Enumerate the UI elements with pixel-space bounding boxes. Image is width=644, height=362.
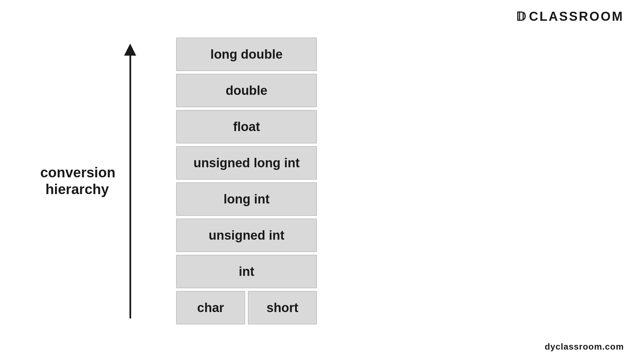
logo-icon: 𝔻: [516, 10, 526, 24]
hierarchy-label: conversion hierarchy: [40, 164, 114, 198]
arrow-head: [124, 44, 136, 56]
hierarchy-section: long double double float unsigned long i…: [176, 38, 317, 324]
type-label-double: double: [226, 83, 268, 98]
logo-area: 𝔻 CLASSROOM: [516, 9, 624, 24]
watermark: dyclassroom.com: [545, 342, 624, 352]
type-label-char: char: [197, 301, 224, 315]
type-box-int: int: [176, 255, 317, 288]
arrow-container: [124, 44, 136, 318]
type-label-unsigned-long-int: unsigned long int: [194, 156, 300, 170]
type-box-double: double: [176, 74, 317, 107]
type-box-char: char: [176, 291, 245, 324]
logo-text: CLASSROOM: [529, 9, 624, 24]
type-box-float: float: [176, 110, 317, 143]
type-label-float: float: [233, 120, 260, 134]
type-label-long-double: long double: [210, 47, 282, 62]
type-box-short: short: [248, 291, 317, 324]
type-box-unsigned-int: unsigned int: [176, 219, 317, 252]
type-box-long-int: long int: [176, 182, 317, 216]
bottom-row: char short: [176, 291, 317, 324]
type-box-unsigned-long-int: unsigned long int: [176, 146, 317, 180]
left-section: conversion hierarchy: [40, 44, 136, 318]
type-label-unsigned-int: unsigned int: [209, 228, 284, 243]
type-label-long-int: long int: [223, 192, 269, 206]
type-box-long-double: long double: [176, 38, 317, 71]
type-label-short: short: [267, 301, 299, 315]
arrow-line: [129, 56, 131, 318]
type-label-int: int: [239, 264, 254, 279]
